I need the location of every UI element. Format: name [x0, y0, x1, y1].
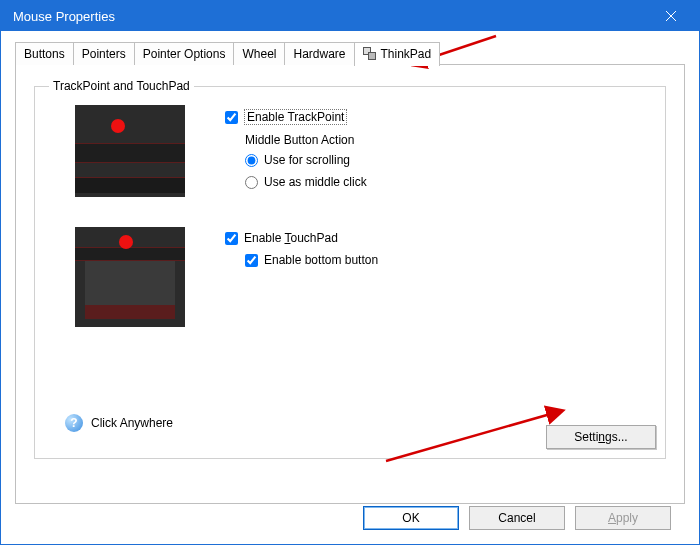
settings-button[interactable]: Settings... — [546, 425, 656, 449]
group-trackpoint-touchpad: TrackPoint and TouchPad Enable TrackPoin… — [34, 79, 666, 459]
radio-use-as-middle-click-label: Use as middle click — [264, 175, 367, 189]
titlebar: Mouse Properties — [1, 1, 699, 31]
checkbox-enable-trackpoint[interactable]: Enable TrackPoint — [225, 109, 651, 125]
cancel-button[interactable]: Cancel — [469, 506, 565, 530]
mouse-properties-window: Mouse Properties Buttons Pointers Pointe… — [0, 0, 700, 545]
ok-button[interactable]: OK — [363, 506, 459, 530]
radio-use-as-middle-click-input[interactable] — [245, 176, 258, 189]
dialog-button-row: OK Cancel Apply — [363, 506, 671, 530]
radio-use-for-scrolling-input[interactable] — [245, 154, 258, 167]
tab-panel-thinkpad: TrackPoint and TouchPad Enable TrackPoin… — [15, 64, 685, 504]
tab-strip: Buttons Pointers Pointer Options Wheel H… — [15, 41, 685, 65]
touchpad-options: Enable TouchPad Enable bottom button — [225, 227, 651, 275]
tab-pointers[interactable]: Pointers — [73, 42, 135, 65]
window-title: Mouse Properties — [13, 9, 651, 24]
tab-buttons[interactable]: Buttons — [15, 42, 74, 65]
checkbox-enable-bottom-button[interactable]: Enable bottom button — [245, 253, 651, 267]
checkbox-enable-trackpoint-input[interactable] — [225, 111, 238, 124]
thinkpad-icon — [363, 47, 377, 61]
radio-use-for-scrolling-label: Use for scrolling — [264, 153, 350, 167]
click-anywhere-label: Click Anywhere — [91, 416, 173, 430]
label-middle-button-action: Middle Button Action — [245, 133, 651, 147]
apply-button[interactable]: Apply — [575, 506, 671, 530]
checkbox-enable-bottom-button-label: Enable bottom button — [264, 253, 378, 267]
thumbnail-touchpad — [75, 227, 185, 327]
help-icon: ? — [65, 414, 83, 432]
tab-pointer-options[interactable]: Pointer Options — [134, 42, 235, 65]
row-trackpoint: Enable TrackPoint Middle Button Action U… — [49, 105, 651, 197]
dialog-content: Buttons Pointers Pointer Options Wheel H… — [1, 31, 699, 544]
checkbox-enable-bottom-button-input[interactable] — [245, 254, 258, 267]
checkbox-enable-touchpad-label: Enable TouchPad — [244, 231, 338, 245]
thumbnail-trackpoint — [75, 105, 185, 197]
close-icon — [665, 10, 677, 22]
radio-use-as-middle-click[interactable]: Use as middle click — [245, 175, 651, 189]
close-button[interactable] — [651, 1, 691, 31]
tab-wheel[interactable]: Wheel — [233, 42, 285, 65]
checkbox-enable-touchpad[interactable]: Enable TouchPad — [225, 231, 651, 245]
row-touchpad: Enable TouchPad Enable bottom button — [49, 227, 651, 327]
checkbox-enable-touchpad-input[interactable] — [225, 232, 238, 245]
trackpoint-options: Enable TrackPoint Middle Button Action U… — [225, 105, 651, 197]
radio-use-for-scrolling[interactable]: Use for scrolling — [245, 153, 651, 167]
group-legend: TrackPoint and TouchPad — [49, 79, 194, 93]
link-click-anywhere[interactable]: ? Click Anywhere — [65, 414, 173, 432]
tab-hardware[interactable]: Hardware — [284, 42, 354, 65]
tab-thinkpad[interactable]: ThinkPad — [354, 42, 441, 66]
checkbox-enable-trackpoint-label: Enable TrackPoint — [244, 109, 347, 125]
